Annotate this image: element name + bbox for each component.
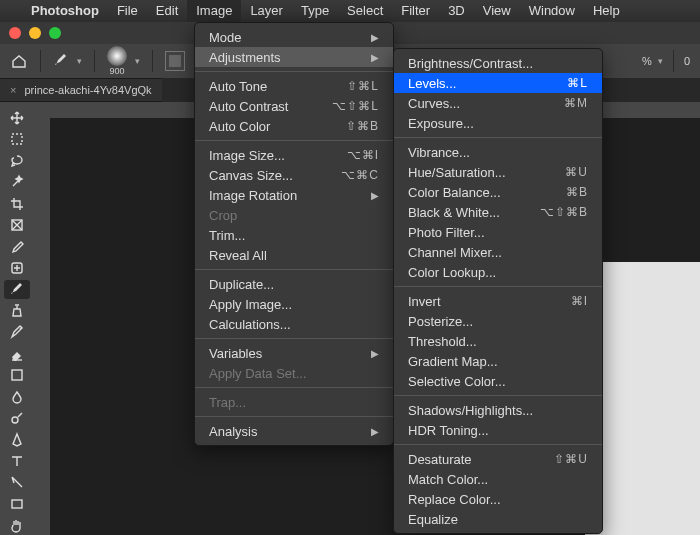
tool-history-brush[interactable] xyxy=(4,323,30,342)
close-tab-icon[interactable]: × xyxy=(10,84,16,96)
shortcut-label: ⌥⌘C xyxy=(341,168,379,182)
adjust-menu-photo-filter[interactable]: Photo Filter... xyxy=(394,222,602,242)
app-name[interactable]: Photoshop xyxy=(22,0,108,22)
tool-path[interactable] xyxy=(4,473,30,492)
adjust-menu-replace-color[interactable]: Replace Color... xyxy=(394,489,602,509)
menu-window[interactable]: Window xyxy=(520,0,584,22)
flow-value: 0 xyxy=(684,55,690,67)
adjust-menu-threshold[interactable]: Threshold... xyxy=(394,331,602,351)
tool-blur[interactable] xyxy=(4,387,30,406)
tool-dodge[interactable] xyxy=(4,408,30,427)
brush-picker[interactable]: 900 xyxy=(107,46,127,76)
shortcut-label: ⌥⌘I xyxy=(347,148,379,162)
adjust-menu-curves[interactable]: Curves...⌘M xyxy=(394,93,602,113)
adjust-menu-hdr-toning[interactable]: HDR Toning... xyxy=(394,420,602,440)
menu-edit[interactable]: Edit xyxy=(147,0,187,22)
image-menu-analysis[interactable]: Analysis▶ xyxy=(195,421,393,441)
menu-help[interactable]: Help xyxy=(584,0,629,22)
menu-item-label: Calculations... xyxy=(209,317,379,332)
adjust-menu-selective-color[interactable]: Selective Color... xyxy=(394,371,602,391)
tool-eraser[interactable] xyxy=(4,344,30,363)
tool-frame[interactable] xyxy=(4,215,30,234)
image-menu-apply-image[interactable]: Apply Image... xyxy=(195,294,393,314)
tool-hand[interactable] xyxy=(4,516,30,535)
image-menu-auto-color[interactable]: Auto Color⇧⌘B xyxy=(195,116,393,136)
eraser-icon xyxy=(9,346,25,362)
tool-pen[interactable] xyxy=(4,430,30,449)
close-window-button[interactable] xyxy=(9,27,21,39)
menu-3d[interactable]: 3D xyxy=(439,0,474,22)
adjust-menu-desaturate[interactable]: Desaturate⇧⌘U xyxy=(394,449,602,469)
adjust-menu-vibrance[interactable]: Vibrance... xyxy=(394,142,602,162)
tool-preset-button[interactable] xyxy=(53,52,69,70)
tool-move[interactable] xyxy=(4,108,30,127)
image-menu-auto-contrast[interactable]: Auto Contrast⌥⇧⌘L xyxy=(195,96,393,116)
adjust-menu-color-balance[interactable]: Color Balance...⌘B xyxy=(394,182,602,202)
tool-healing[interactable] xyxy=(4,258,30,277)
submenu-arrow-icon: ▶ xyxy=(371,190,379,201)
image-menu-image-size[interactable]: Image Size...⌥⌘I xyxy=(195,145,393,165)
menu-type[interactable]: Type xyxy=(292,0,338,22)
submenu-arrow-icon: ▶ xyxy=(371,52,379,63)
chevron-down-icon: ▾ xyxy=(658,56,663,66)
tool-crop[interactable] xyxy=(4,194,30,213)
maximize-window-button[interactable] xyxy=(49,27,61,39)
adjust-menu-equalize[interactable]: Equalize xyxy=(394,509,602,529)
home-icon xyxy=(11,53,27,69)
adjust-menu-posterize[interactable]: Posterize... xyxy=(394,311,602,331)
image-menu-auto-tone[interactable]: Auto Tone⇧⌘L xyxy=(195,76,393,96)
adjust-menu-match-color[interactable]: Match Color... xyxy=(394,469,602,489)
menu-filter[interactable]: Filter xyxy=(392,0,439,22)
tool-brush[interactable] xyxy=(4,280,30,299)
tool-eyedropper[interactable] xyxy=(4,237,30,256)
menu-view[interactable]: View xyxy=(474,0,520,22)
adjust-menu-black-white[interactable]: Black & White...⌥⇧⌘B xyxy=(394,202,602,222)
dodge-icon xyxy=(9,410,25,426)
image-menu-trim[interactable]: Trim... xyxy=(195,225,393,245)
adjust-menu-shadows-highlights[interactable]: Shadows/Highlights... xyxy=(394,400,602,420)
tool-marquee[interactable] xyxy=(4,129,30,148)
image-menu-calculations[interactable]: Calculations... xyxy=(195,314,393,334)
menu-layer[interactable]: Layer xyxy=(241,0,292,22)
tool-lasso[interactable] xyxy=(4,151,30,170)
tool-magic-wand[interactable] xyxy=(4,172,30,191)
brush-panel-button[interactable] xyxy=(165,51,185,71)
menu-item-label: Image Size... xyxy=(209,148,323,163)
image-menu-variables[interactable]: Variables▶ xyxy=(195,343,393,363)
image-menu-image-rotation[interactable]: Image Rotation▶ xyxy=(195,185,393,205)
image-menu-mode[interactable]: Mode▶ xyxy=(195,27,393,47)
tool-rectangle[interactable] xyxy=(4,494,30,513)
home-button[interactable] xyxy=(10,52,28,70)
adjust-menu-channel-mixer[interactable]: Channel Mixer... xyxy=(394,242,602,262)
adjust-menu-color-lookup[interactable]: Color Lookup... xyxy=(394,262,602,282)
minimize-window-button[interactable] xyxy=(29,27,41,39)
menu-select[interactable]: Select xyxy=(338,0,392,22)
adjust-menu-hue-saturation[interactable]: Hue/Saturation...⌘U xyxy=(394,162,602,182)
menu-item-label: Trap... xyxy=(209,395,379,410)
menu-item-label: Variables xyxy=(209,346,347,361)
image-menu-canvas-size[interactable]: Canvas Size...⌥⌘C xyxy=(195,165,393,185)
image-menu-duplicate[interactable]: Duplicate... xyxy=(195,274,393,294)
rectangle-icon xyxy=(9,496,25,512)
document-tab[interactable]: × prince-akachi-4Yv84VgQk xyxy=(0,78,162,102)
move-icon xyxy=(9,110,25,126)
image-menu-adjustments[interactable]: Adjustments▶ xyxy=(195,47,393,67)
tool-clone[interactable] xyxy=(4,301,30,320)
image-menu-reveal-all[interactable]: Reveal All xyxy=(195,245,393,265)
adjust-menu-gradient-map[interactable]: Gradient Map... xyxy=(394,351,602,371)
tool-gradient[interactable] xyxy=(4,365,30,384)
crop-icon xyxy=(9,196,25,212)
adjust-menu-invert[interactable]: Invert⌘I xyxy=(394,291,602,311)
shortcut-label: ⌘M xyxy=(564,96,588,110)
menu-image[interactable]: Image xyxy=(187,0,241,22)
adjust-menu-brightness-contrast[interactable]: Brightness/Contrast... xyxy=(394,53,602,73)
menu-item-label: Duplicate... xyxy=(209,277,379,292)
system-menubar: Photoshop FileEditImageLayerTypeSelectFi… xyxy=(0,0,700,22)
adjust-menu-exposure[interactable]: Exposure... xyxy=(394,113,602,133)
brush-icon xyxy=(9,281,25,297)
adjust-menu-levels[interactable]: Levels...⌘L xyxy=(394,73,602,93)
image-menu-dropdown: Mode▶Adjustments▶Auto Tone⇧⌘LAuto Contra… xyxy=(194,22,394,446)
menu-file[interactable]: File xyxy=(108,0,147,22)
pen-icon xyxy=(9,432,25,448)
tool-type[interactable] xyxy=(4,451,30,470)
